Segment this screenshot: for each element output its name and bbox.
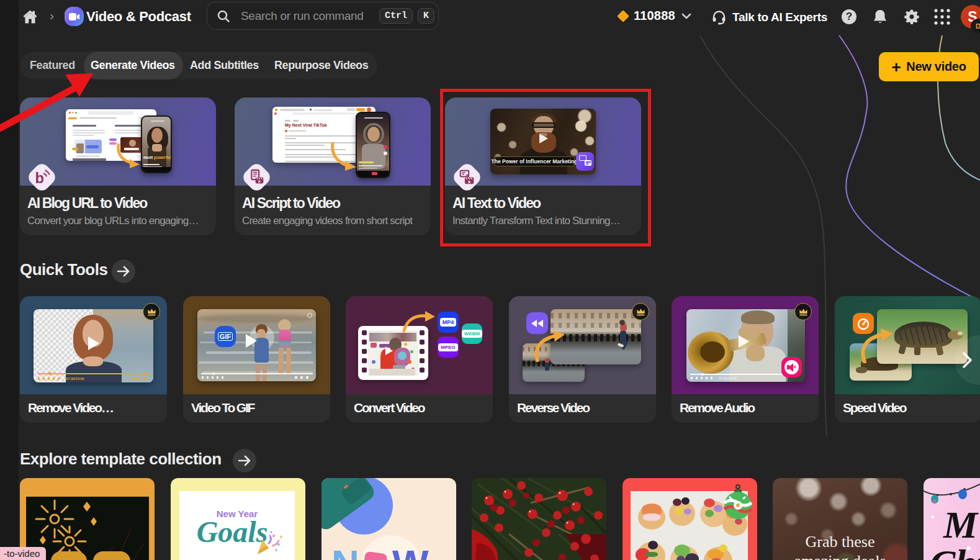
svg-text:b: b — [35, 170, 44, 186]
